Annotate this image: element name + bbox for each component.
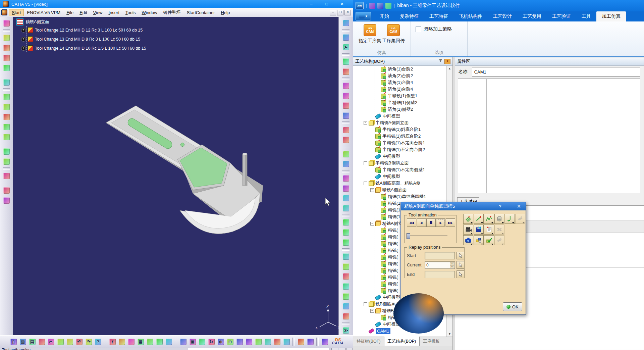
pan-icon[interactable] (198, 337, 206, 346)
collapse-icon[interactable]: − (370, 309, 374, 313)
end-field[interactable] (425, 271, 455, 278)
cut-icon[interactable]: ✂ (47, 337, 55, 346)
app-menu-button[interactable]: ▾ (356, 12, 371, 20)
dialog-close-button[interactable]: ✕ (516, 204, 522, 209)
pocketing-icon[interactable] (2, 43, 11, 52)
menu-tools[interactable]: Tools (122, 9, 139, 16)
part-3d-model[interactable] (13, 17, 338, 336)
collapse-icon[interactable]: − (364, 182, 367, 185)
machining-operations-icon[interactable] (2, 186, 11, 195)
pause-button[interactable] (426, 218, 436, 227)
tree-row[interactable]: 清角(1)台阶4 (353, 79, 452, 86)
sequential-machining-icon[interactable] (2, 171, 11, 180)
properties-grid[interactable] (458, 79, 640, 193)
tree-row[interactable]: 半精铣(1)斜底台阶2 (353, 133, 452, 140)
mdi-minimize-button[interactable]: – (330, 10, 336, 15)
isoparametric-machining-icon[interactable] (2, 147, 11, 156)
toolpath-analysis-icon[interactable] (341, 272, 350, 281)
tree-row[interactable]: 清角(2)台阶2 (353, 72, 452, 79)
ribbon-tab-工艺复用[interactable]: 工艺复用 (517, 11, 547, 21)
open-folder-icon[interactable] (377, 3, 383, 9)
tree-row[interactable]: 中间模型 (353, 173, 452, 180)
dialog-titlebar[interactable]: 精铣A侧底面单纯底凹槽5 ? ✕ (401, 202, 526, 210)
collapse-icon[interactable]: − (364, 121, 367, 125)
ignore-strategy-checkbox[interactable]: 忽略加工策略 (416, 26, 467, 32)
associate-gray-icon[interactable] (494, 235, 504, 245)
menu-start[interactable]: Start (9, 9, 24, 16)
play-button[interactable]: ▶ (436, 218, 445, 227)
link-icon[interactable] (127, 337, 136, 346)
opset-return-button[interactable]: UG CAM 工序集回传 (380, 24, 407, 44)
render-style-icon[interactable] (263, 337, 272, 346)
slider-handle[interactable] (407, 233, 410, 239)
ribbon-tab-开始[interactable]: 开始 (374, 11, 394, 21)
tool-impact-icon[interactable] (341, 292, 350, 301)
help-button[interactable]: ? (497, 204, 503, 209)
verify-ok-icon[interactable] (484, 235, 494, 245)
shade-edges-icon[interactable] (273, 337, 281, 346)
tree-row[interactable]: −精铣A侧底面 (353, 187, 452, 193)
video-replay-icon[interactable] (463, 224, 473, 235)
statusbar-buttons[interactable] (331, 348, 353, 350)
hide-show-icon[interactable] (282, 337, 291, 346)
tool-change-node[interactable]: +Tool Change.13 End Mill D 8 Rc 3 L 100 … (21, 35, 146, 44)
snapshot-icon[interactable] (463, 235, 473, 245)
maximize-button[interactable]: □ (323, 2, 330, 6)
collapse-icon[interactable]: − (364, 161, 367, 165)
start-field[interactable] (425, 252, 455, 259)
part-operation-icon[interactable] (2, 196, 11, 205)
save-results-icon[interactable] (474, 224, 484, 235)
menu-enovia-v5-vpm[interactable]: ENOVIA V5 VPM (24, 9, 63, 16)
plunge-milling-icon[interactable] (2, 112, 11, 121)
process-flow-icon[interactable] (341, 204, 350, 213)
swap-arrows-icon[interactable] (341, 126, 350, 134)
pocketing-island-icon[interactable] (2, 53, 11, 62)
pin-icon[interactable] (439, 59, 442, 64)
step-backward-button[interactable]: ◀ (417, 218, 426, 227)
overflow-icon[interactable] (320, 337, 329, 346)
drilling-icon[interactable] (2, 19, 11, 28)
current-pick-button[interactable] (457, 261, 464, 269)
process-table-shield-icon[interactable] (341, 262, 350, 271)
facing-icon[interactable] (2, 78, 11, 87)
name-input[interactable] (472, 67, 640, 77)
video-camera-icon[interactable] (341, 82, 350, 90)
toolpath-lines-icon[interactable] (463, 214, 473, 224)
multi-view-icon[interactable] (245, 337, 253, 346)
expand-icon[interactable]: + (21, 46, 26, 51)
whats-this-icon[interactable]: ? (94, 337, 102, 346)
tree-row[interactable]: 半精铣(1)不定向台阶1 (353, 140, 452, 146)
menu-window[interactable]: Window (139, 9, 160, 16)
corner-rework-icon[interactable] (2, 157, 11, 166)
tree-row[interactable]: 清角(1)台阶2 (353, 66, 452, 72)
menu-edit[interactable]: Edit (76, 9, 90, 16)
menu-help[interactable]: Help (218, 9, 233, 16)
tool-change-node[interactable]: +Tool Change.14 End Mill D 10 Rc 1.5 L 1… (21, 44, 146, 53)
spiral-milling-icon[interactable] (2, 133, 11, 141)
collapse-icon[interactable]: − (364, 302, 367, 306)
catalog-books-icon[interactable] (341, 92, 350, 100)
curve-machining-icon[interactable] (2, 33, 11, 42)
menu-view[interactable]: View (90, 9, 106, 16)
assign-opset-button[interactable]: UG CAM 指定工序集 (357, 24, 383, 44)
new-document-icon[interactable] (369, 3, 375, 9)
start-pick-button[interactable] (457, 252, 464, 259)
tree-row[interactable]: 半精铣(1)侧壁1 (353, 93, 452, 99)
toolpath-line-icon[interactable] (474, 214, 484, 224)
lock-icon[interactable] (155, 337, 164, 346)
document-list-icon[interactable] (341, 282, 350, 291)
catalog-green-icon[interactable] (341, 111, 350, 120)
tree-row[interactable]: 半精铣(1)不定向侧壁1 (353, 166, 452, 173)
end-pick-button[interactable] (457, 270, 464, 278)
power-input-field[interactable] (188, 348, 329, 350)
photo-note-icon[interactable] (484, 224, 494, 235)
axis-translate-icon[interactable] (341, 184, 350, 193)
iso-view-icon[interactable] (254, 337, 263, 346)
mdi-restore-button[interactable]: ❐ (337, 10, 343, 15)
tool-change-sync-icon[interactable] (341, 238, 350, 247)
scroll-down-icon[interactable]: ▼ (447, 331, 452, 337)
save-icon[interactable]: ▤ (28, 337, 37, 346)
fast-forward-button[interactable]: ▶▶ (446, 218, 455, 227)
redo-icon[interactable]: ↷ (84, 337, 93, 346)
normal-view-icon[interactable] (235, 337, 244, 346)
